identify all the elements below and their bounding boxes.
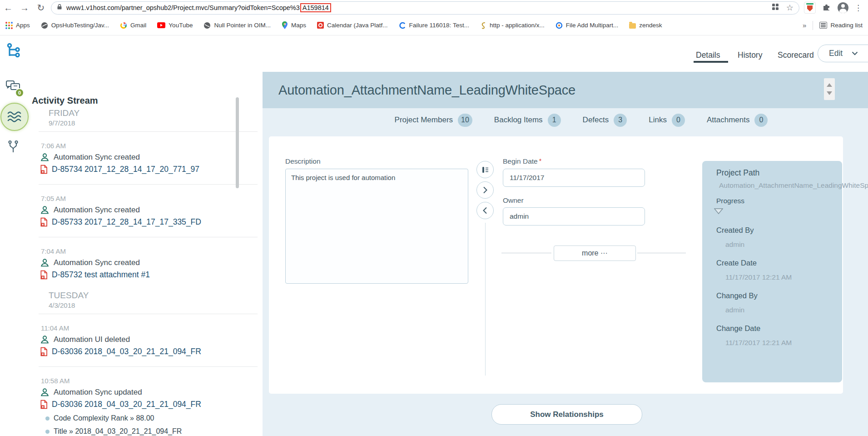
collapse-left-button[interactable] xyxy=(476,202,494,219)
entry-item-link[interactable]: D-85734 2017_12_28_14_17_20_771_97 xyxy=(52,165,199,174)
required-asterisk: * xyxy=(539,157,541,165)
google-g-icon xyxy=(120,22,127,29)
bookmark-http[interactable]: http - application/x... xyxy=(480,22,545,29)
activity-scrollbar[interactable] xyxy=(236,97,239,188)
entry-change: Title » 2018_04_03_20_21_21_094_FR xyxy=(45,427,261,436)
entry-actor: Automation Sync created xyxy=(54,153,140,162)
count-badge: 10 xyxy=(458,114,472,127)
conversations-badge: 0 xyxy=(15,88,24,97)
begin-date-input[interactable] xyxy=(503,169,645,187)
count-badge: 0 xyxy=(754,114,768,127)
owner-input[interactable] xyxy=(503,207,645,226)
divider xyxy=(39,366,258,367)
panel-list-icon xyxy=(481,166,489,174)
edit-button[interactable]: Edit xyxy=(818,45,868,62)
entry-item-link[interactable]: D-85733 2017_12_28_14_17_17_335_FD xyxy=(52,217,201,227)
forward-icon[interactable]: → xyxy=(16,0,33,15)
bookmark-gmail[interactable]: Gmail xyxy=(120,22,146,29)
bookmark-nullpointer[interactable]: Null Pointer in OIM... xyxy=(203,22,271,29)
count-badge: 1 xyxy=(548,114,561,127)
change-date-label: Change Date xyxy=(716,324,842,333)
show-relationships-button[interactable]: Show Relationships xyxy=(491,404,642,425)
menu-kebab-icon[interactable]: ⋮ xyxy=(854,3,862,13)
divider xyxy=(813,21,813,30)
project-path-value: Automation_AttachmentName_LeadingWhiteSp… xyxy=(719,181,842,190)
entry-item-link[interactable]: D-63036 2018_04_03_20_21_21_094_FR xyxy=(52,400,201,409)
project-path-label: Project Path xyxy=(716,168,842,178)
bookmark-youtube[interactable]: YouTube xyxy=(157,22,193,29)
chevron-right-icon xyxy=(483,186,487,194)
divider xyxy=(39,237,258,237)
tab-history[interactable]: History xyxy=(738,50,762,60)
back-icon[interactable]: ← xyxy=(0,0,16,15)
owner-label: Owner xyxy=(503,196,524,205)
subtab-backlog-items[interactable]: Backlog Items1 xyxy=(494,114,561,127)
bullet-dot-icon xyxy=(45,430,50,434)
more-button[interactable]: more ··· xyxy=(554,246,636,261)
entry-item-link[interactable]: D-85732 test attachment #1 xyxy=(52,270,150,280)
divider xyxy=(39,184,258,185)
begin-date-label: Begin Date* xyxy=(503,157,541,165)
divider xyxy=(485,223,486,376)
bookmark-star-icon[interactable]: ☆ xyxy=(786,3,794,13)
puzzle-extension-icon[interactable] xyxy=(822,2,832,14)
screen: ← → ↻ www1.v1host.com/partner_opshub2/Pr… xyxy=(0,0,868,436)
url-bar[interactable]: www1.v1host.com/partner_opshub2/Project.… xyxy=(51,1,799,15)
profile-avatar-icon[interactable] xyxy=(838,2,848,13)
bookmark-failure[interactable]: Failure 116018: Test... xyxy=(399,22,469,29)
bookmarks-overflow-chevron[interactable]: » xyxy=(803,21,806,29)
scroll-up-icon[interactable] xyxy=(827,83,832,87)
entry-time: 10:58 AM xyxy=(41,377,261,385)
tab-scorecard[interactable]: Scorecard xyxy=(778,50,814,60)
youtube-icon xyxy=(157,22,165,28)
refresh-icon[interactable]: ↻ xyxy=(33,0,49,15)
triangle-down-icon xyxy=(714,208,842,216)
bookmarks-bar: Apps OpsHubTesting/Jav... Gmail YouTube … xyxy=(0,15,868,35)
bookmark-maps[interactable]: Maps xyxy=(282,21,306,29)
versionone-logo-icon[interactable] xyxy=(6,43,22,63)
reading-list-icon xyxy=(819,22,827,29)
panel-layout-button[interactable] xyxy=(476,161,494,178)
changed-by-label: Changed By xyxy=(716,291,842,300)
url-annotation-box: A159814 xyxy=(300,3,331,12)
entry-item-link[interactable]: D-63036 2018_04_03_20_21_21_094_FR xyxy=(52,347,201,356)
progress-label: Progress xyxy=(716,197,842,205)
activity-date: 4/3/2018 xyxy=(49,301,261,309)
tab-details[interactable]: Details xyxy=(696,50,720,60)
changed-by-value: admin xyxy=(725,306,842,314)
scroll-down-icon[interactable] xyxy=(827,91,832,95)
entry-time: 7:04 AM xyxy=(41,247,261,255)
bookmark-zendesk[interactable]: zendesk xyxy=(629,22,662,29)
activity-entry: 7:04 AM Automation Sync created D-85732 … xyxy=(30,247,261,280)
bullet-dot-icon xyxy=(45,416,50,421)
subtab-defects[interactable]: Defects3 xyxy=(583,114,627,127)
entry-actor: Automation Sync updated xyxy=(54,388,142,397)
activity-stream-button[interactable] xyxy=(0,103,29,131)
band-scroll-widget[interactable] xyxy=(824,78,835,100)
reading-list-button[interactable]: Reading list xyxy=(819,22,863,29)
bookmark-calendar[interactable]: Calendar (Java Platf... xyxy=(317,22,388,29)
bookmark-fileadd[interactable]: File Add Multipart... xyxy=(556,22,619,29)
collapse-right-button[interactable] xyxy=(476,181,494,199)
activity-day: TUESDAY xyxy=(49,291,261,301)
activity-entry: 7:05 AM Automation Sync created D-85733 … xyxy=(30,195,261,237)
shield-extension-icon[interactable] xyxy=(804,2,816,14)
description-textarea[interactable]: This project is used for automation xyxy=(285,169,468,284)
globe-icon xyxy=(41,22,48,29)
subtab-attachments[interactable]: Attachments0 xyxy=(707,114,768,127)
bookmark-apps[interactable]: Apps xyxy=(5,22,30,29)
defect-file-icon xyxy=(40,217,48,227)
subtab-links[interactable]: Links0 xyxy=(649,114,685,127)
divider xyxy=(637,253,686,253)
main-pane: Details History Scorecard Edit Automatio… xyxy=(261,35,868,436)
page-title: Automation_AttachmentName_LeadingWhiteSp… xyxy=(278,72,575,108)
tab-grid-icon[interactable] xyxy=(772,3,779,12)
attributes-card: Project Path Automation_AttachmentName_L… xyxy=(702,161,842,382)
activity-entry: 7:06 AM Automation Sync created D-85734 … xyxy=(30,142,261,185)
bookmark-opshub[interactable]: OpsHubTesting/Jav... xyxy=(41,22,109,29)
fork-icon[interactable] xyxy=(7,140,19,155)
subtab-project-members[interactable]: Project Members10 xyxy=(395,114,472,127)
conversations-icon[interactable]: 0 xyxy=(5,80,21,95)
relation-subtabs: Project Members10 Backlog Items1 Defects… xyxy=(263,112,868,128)
chevron-left-icon xyxy=(483,207,487,214)
